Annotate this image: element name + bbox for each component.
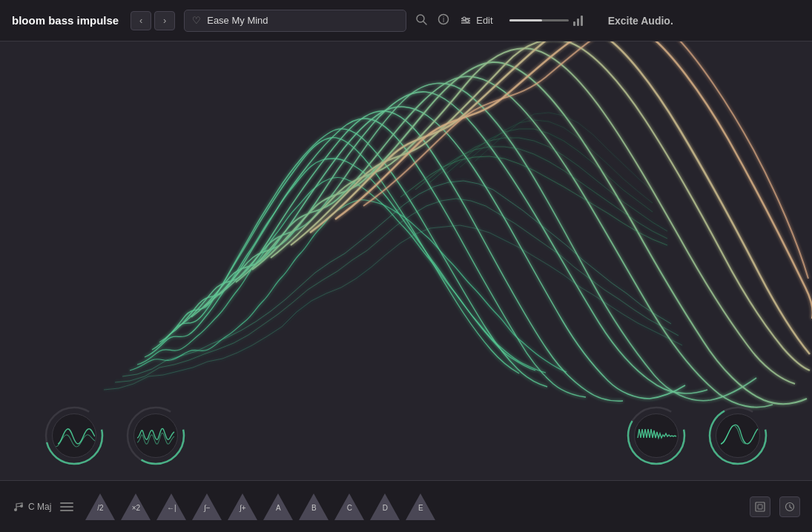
nav-back-button[interactable]: ‹ <box>131 11 151 30</box>
triangle-btn-D[interactable]: D <box>369 491 401 523</box>
svg-point-8 <box>466 19 469 22</box>
logo-bold: bloom <box>12 14 45 27</box>
knobs-row <box>0 406 812 465</box>
stack-line-1 <box>60 502 73 504</box>
main-visualization <box>0 41 812 480</box>
svg-point-17 <box>14 508 17 511</box>
triangle-shape <box>156 493 186 520</box>
triangle-btn-2[interactable]: /2 <box>84 491 116 523</box>
favorite-icon[interactable]: ♡ <box>192 15 201 26</box>
knob-group-right <box>627 406 768 465</box>
triangle-shape <box>85 493 115 520</box>
stacked-lines-button[interactable] <box>60 502 73 511</box>
header: bloom bass impulse ‹ › ♡ Ease My Mind i <box>0 0 812 41</box>
preset-bar: ♡ Ease My Mind <box>184 10 406 32</box>
triangle-shape <box>334 493 364 520</box>
knob-3[interactable] <box>627 406 686 465</box>
brand-name: Excite Audio. <box>608 15 673 27</box>
triangle-btn-E[interactable]: E <box>404 491 437 523</box>
triangle-btn-[interactable]: ←| <box>155 491 188 523</box>
edit-label: Edit <box>476 15 492 26</box>
knob-2-wave <box>136 416 176 456</box>
stack-line-3 <box>60 510 73 511</box>
preset-name: Ease My Mind <box>207 15 398 26</box>
knob-group-left <box>44 406 185 465</box>
volume-control[interactable] <box>509 16 583 26</box>
svg-point-7 <box>463 17 466 20</box>
knob-3-wave <box>636 416 677 456</box>
key-indicator: C Maj <box>12 501 51 513</box>
knob-2[interactable] <box>126 406 185 465</box>
bottom-icons <box>750 496 800 517</box>
triangle-shape <box>299 493 329 520</box>
triangle-shape <box>370 493 400 520</box>
volume-lines <box>573 16 583 26</box>
clock-button[interactable] <box>779 496 800 517</box>
nav-arrows: ‹ › <box>131 11 175 30</box>
knob-1-wave <box>54 416 95 456</box>
triangle-btn-A[interactable]: A <box>262 491 294 523</box>
triangle-shape <box>228 493 257 520</box>
svg-text:i: i <box>443 16 444 24</box>
triangle-shape <box>192 493 222 520</box>
knob-3-body[interactable] <box>634 413 679 458</box>
triangle-btn-B[interactable]: B <box>297 491 330 523</box>
knob-4[interactable] <box>708 406 768 465</box>
stack-line-2 <box>60 506 73 508</box>
triangle-shape <box>263 493 293 520</box>
triangle-buttons-group: /2×2←|∫−∫+ABCDE <box>84 491 437 523</box>
nav-forward-button[interactable]: › <box>154 11 175 30</box>
knob-1-body[interactable] <box>52 413 96 458</box>
triangle-btn-[interactable]: ∫+ <box>226 491 259 523</box>
info-icon[interactable]: i <box>438 13 449 27</box>
svg-rect-19 <box>756 502 765 511</box>
svg-line-1 <box>423 21 426 24</box>
triangle-shape <box>121 493 151 520</box>
knob-1[interactable] <box>44 406 104 465</box>
logo-rest: bass impulse <box>45 14 119 27</box>
fullscreen-button[interactable] <box>750 496 770 517</box>
volume-slider[interactable] <box>509 19 569 21</box>
bottom-bar: C Maj /2×2←|∫−∫+ABCDE <box>0 480 812 532</box>
header-icons: i Edit Excite Audio. <box>415 13 673 27</box>
search-icon[interactable] <box>415 13 427 27</box>
svg-point-18 <box>20 505 23 508</box>
key-label: C Maj <box>28 502 51 512</box>
fullscreen-icon <box>755 502 765 512</box>
knob-4-body[interactable] <box>716 413 760 458</box>
knob-2-body[interactable] <box>133 413 178 458</box>
triangle-shape <box>406 493 435 520</box>
triangle-btn-[interactable]: ∫− <box>191 491 223 523</box>
triangle-btn-2[interactable]: ×2 <box>119 491 152 523</box>
clock-icon <box>785 502 795 512</box>
edit-button[interactable]: Edit <box>460 15 492 27</box>
knob-4-wave <box>718 416 759 456</box>
svg-rect-20 <box>758 505 762 509</box>
music-note-icon <box>12 501 24 513</box>
triangle-btn-C[interactable]: C <box>333 491 366 523</box>
logo: bloom bass impulse <box>12 14 119 27</box>
